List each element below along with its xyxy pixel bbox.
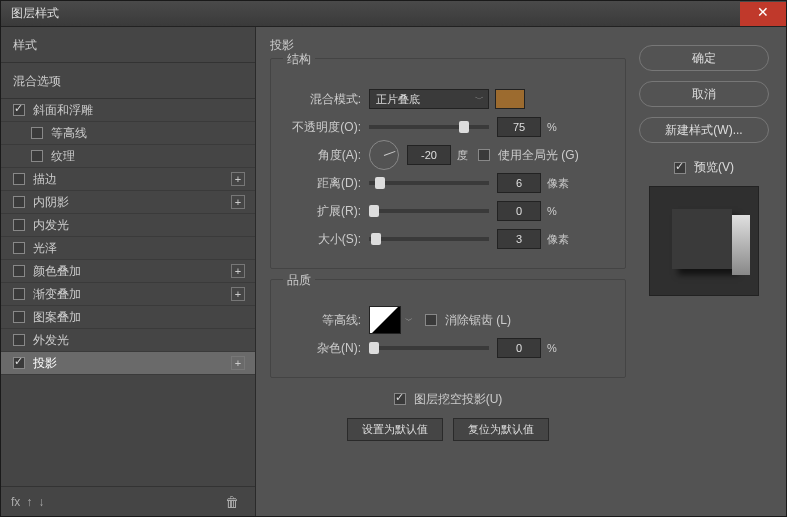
sidebar-footer: fx ↑ ↓ 🗑: [1, 486, 255, 516]
plus-icon[interactable]: +: [231, 287, 245, 301]
sidebar-checkbox[interactable]: [13, 311, 25, 323]
sidebar-item-7[interactable]: 颜色叠加+: [1, 260, 255, 283]
opacity-slider[interactable]: [369, 125, 489, 129]
main-panel: 投影 结构 混合模式: 正片叠底 ﹀ 不透明度(O): 75 %: [256, 27, 636, 516]
sidebar-item-label: 投影: [33, 355, 57, 372]
reset-default-button[interactable]: 复位为默认值: [453, 418, 549, 441]
panel-title: 投影: [270, 37, 626, 54]
sidebar-checkbox[interactable]: [13, 288, 25, 300]
plus-icon[interactable]: +: [231, 195, 245, 209]
sidebar-checkbox[interactable]: [13, 104, 25, 116]
sidebar-checkbox[interactable]: [31, 127, 43, 139]
structure-group: 结构 混合模式: 正片叠底 ﹀ 不透明度(O): 75 % 角度(A: [270, 58, 626, 269]
sidebar-item-1[interactable]: 等高线: [1, 122, 255, 145]
global-light-label: 使用全局光 (G): [498, 147, 579, 164]
spread-label: 扩展(R):: [283, 203, 369, 220]
blend-mode-select[interactable]: 正片叠底 ﹀: [369, 89, 489, 109]
shadow-color-swatch[interactable]: [495, 89, 525, 109]
antialias-checkbox[interactable]: [425, 314, 437, 326]
sidebar-checkbox[interactable]: [13, 265, 25, 277]
right-panel: 确定 取消 新建样式(W)... 预览(V): [636, 27, 786, 516]
sidebar-item-2[interactable]: 纹理: [1, 145, 255, 168]
sidebar-checkbox[interactable]: [13, 357, 25, 369]
plus-icon[interactable]: +: [231, 172, 245, 186]
spread-slider[interactable]: [369, 209, 489, 213]
knockout-label: 图层挖空投影(U): [414, 391, 503, 408]
sidebar-item-label: 内发光: [33, 217, 69, 234]
noise-label: 杂色(N):: [283, 340, 369, 357]
sidebar-item-label: 外发光: [33, 332, 69, 349]
spread-input[interactable]: 0: [497, 201, 541, 221]
new-style-button[interactable]: 新建样式(W)...: [639, 117, 769, 143]
sidebar-checkbox[interactable]: [13, 173, 25, 185]
sidebar-item-label: 图案叠加: [33, 309, 81, 326]
sidebar-header-blend[interactable]: 混合选项: [1, 63, 255, 99]
plus-icon[interactable]: +: [231, 356, 245, 370]
sidebar-item-label: 纹理: [51, 148, 75, 165]
size-input[interactable]: 3: [497, 229, 541, 249]
sidebar-item-label: 光泽: [33, 240, 57, 257]
sidebar-item-4[interactable]: 内阴影+: [1, 191, 255, 214]
size-slider[interactable]: [369, 237, 489, 241]
quality-group: 品质 等高线: ﹀ 消除锯齿 (L) 杂色(N): 0 %: [270, 279, 626, 378]
sidebar-checkbox[interactable]: [13, 219, 25, 231]
styles-sidebar: 样式 混合选项 斜面和浮雕等高线纹理描边+内阴影+内发光光泽颜色叠加+渐变叠加+…: [1, 27, 256, 516]
distance-input[interactable]: 6: [497, 173, 541, 193]
cancel-button[interactable]: 取消: [639, 81, 769, 107]
sidebar-checkbox[interactable]: [31, 150, 43, 162]
noise-input[interactable]: 0: [497, 338, 541, 358]
sidebar-header-styles[interactable]: 样式: [1, 27, 255, 63]
sidebar-item-label: 等高线: [51, 125, 87, 142]
opacity-input[interactable]: 75: [497, 117, 541, 137]
noise-slider[interactable]: [369, 346, 489, 350]
distance-slider[interactable]: [369, 181, 489, 185]
sidebar-item-11[interactable]: 投影+: [1, 352, 255, 375]
fx-label[interactable]: fx: [11, 495, 20, 509]
sidebar-item-10[interactable]: 外发光: [1, 329, 255, 352]
sidebar-item-label: 斜面和浮雕: [33, 102, 93, 119]
opacity-label: 不透明度(O):: [283, 119, 369, 136]
sidebar-item-8[interactable]: 渐变叠加+: [1, 283, 255, 306]
blend-mode-label: 混合模式:: [283, 91, 369, 108]
distance-label: 距离(D):: [283, 175, 369, 192]
sidebar-item-6[interactable]: 光泽: [1, 237, 255, 260]
chevron-down-icon[interactable]: ﹀: [405, 315, 413, 326]
sidebar-item-label: 颜色叠加: [33, 263, 81, 280]
preview-label: 预览(V): [694, 159, 734, 176]
chevron-down-icon: ﹀: [475, 93, 484, 106]
sidebar-item-label: 描边: [33, 171, 57, 188]
preview-checkbox[interactable]: [674, 162, 686, 174]
antialias-label: 消除锯齿 (L): [445, 312, 511, 329]
angle-dial[interactable]: [369, 140, 399, 170]
plus-icon[interactable]: +: [231, 264, 245, 278]
sidebar-item-9[interactable]: 图案叠加: [1, 306, 255, 329]
sidebar-checkbox[interactable]: [13, 334, 25, 346]
sidebar-item-label: 内阴影: [33, 194, 69, 211]
close-button[interactable]: ✕: [740, 2, 786, 26]
arrow-down-icon[interactable]: ↓: [38, 495, 44, 509]
sidebar-item-3[interactable]: 描边+: [1, 168, 255, 191]
preview-thumbnail: [649, 186, 759, 296]
ok-button[interactable]: 确定: [639, 45, 769, 71]
sidebar-item-0[interactable]: 斜面和浮雕: [1, 99, 255, 122]
sidebar-checkbox[interactable]: [13, 196, 25, 208]
contour-picker[interactable]: [369, 306, 401, 334]
sidebar-item-label: 渐变叠加: [33, 286, 81, 303]
contour-label: 等高线:: [283, 312, 369, 329]
angle-input[interactable]: -20: [407, 145, 451, 165]
trash-icon[interactable]: 🗑: [225, 494, 239, 510]
global-light-checkbox[interactable]: [478, 149, 490, 161]
size-label: 大小(S):: [283, 231, 369, 248]
angle-label: 角度(A):: [283, 147, 369, 164]
window-title: 图层样式: [11, 5, 59, 22]
structure-legend: 结构: [283, 51, 315, 68]
arrow-up-icon[interactable]: ↑: [26, 495, 32, 509]
quality-legend: 品质: [283, 272, 315, 289]
make-default-button[interactable]: 设置为默认值: [347, 418, 443, 441]
titlebar: 图层样式 ✕: [1, 1, 786, 27]
sidebar-item-5[interactable]: 内发光: [1, 214, 255, 237]
sidebar-checkbox[interactable]: [13, 242, 25, 254]
knockout-checkbox[interactable]: [394, 393, 406, 405]
